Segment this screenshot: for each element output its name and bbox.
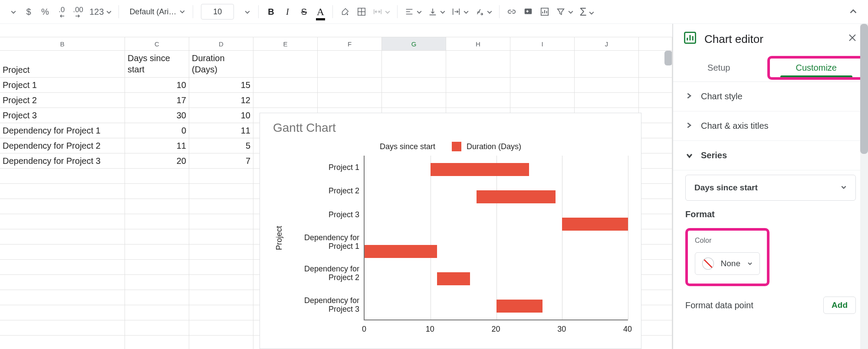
- increase-decimal-button[interactable]: .00: [70, 3, 86, 20]
- section-series[interactable]: Series: [673, 141, 868, 170]
- italic-button[interactable]: I: [279, 3, 295, 20]
- col-header-I[interactable]: I: [510, 37, 575, 50]
- col-header-E[interactable]: E: [253, 37, 318, 50]
- toolbar-caret-left[interactable]: [4, 3, 20, 20]
- borders-button[interactable]: [354, 3, 369, 20]
- series-select[interactable]: Days since start: [685, 175, 856, 201]
- chart-x-axis: 010203040: [364, 325, 628, 337]
- chevron-down-icon: [841, 183, 847, 192]
- legend-swatch-orange: [452, 142, 461, 151]
- header-row: Project Days since start Duration (Days): [0, 51, 672, 78]
- insert-comment-button[interactable]: [520, 3, 536, 20]
- panel-tabs: Setup Customize: [673, 54, 868, 82]
- chart-title: Gantt Chart: [273, 121, 628, 135]
- chevron-right-icon: [685, 121, 692, 131]
- swatch-none-icon: [702, 258, 714, 270]
- format-heading: Format: [685, 209, 856, 219]
- col-header-B[interactable]: B: [0, 37, 125, 50]
- insert-chart-button[interactable]: [537, 3, 552, 20]
- horizontal-align-button[interactable]: [402, 3, 424, 20]
- insert-link-button[interactable]: [504, 3, 519, 20]
- series-color-picker[interactable]: None: [695, 252, 760, 275]
- chart-legend: Days since start Duration (Days): [273, 142, 628, 151]
- format-percent-button[interactable]: %: [37, 3, 53, 20]
- collapse-toolbar-button[interactable]: [845, 3, 861, 20]
- chevron-down-icon: [747, 259, 753, 268]
- tab-customize[interactable]: Customize: [767, 56, 866, 80]
- chart-y-axis-label: Project: [273, 226, 286, 250]
- more-formats-button[interactable]: 123: [87, 3, 114, 20]
- series-select-value: Days since start: [694, 183, 758, 192]
- format-data-point-label: Format data point: [685, 300, 753, 310]
- chart-editor-icon: [684, 31, 697, 47]
- chevron-right-icon: [685, 91, 692, 101]
- table-row: Project 2 17 12: [0, 93, 672, 108]
- section-chart-style[interactable]: Chart style: [673, 82, 868, 111]
- embedded-chart[interactable]: Gantt Chart Days since start Duration (D…: [260, 113, 641, 349]
- functions-button[interactable]: Σ: [577, 3, 597, 20]
- close-panel-button[interactable]: [847, 33, 858, 46]
- table-row: Project 1 10 15: [0, 78, 672, 93]
- strikethrough-button[interactable]: S: [296, 3, 312, 20]
- text-rotation-button[interactable]: [472, 3, 495, 20]
- chart-editor-panel: Chart editor Setup Customize Chart style…: [673, 24, 868, 349]
- tab-setup[interactable]: Setup: [673, 54, 765, 82]
- toolbar: $ % .0 .00 123 Default (Ari… 10 B I S A: [0, 0, 868, 24]
- vertical-align-button[interactable]: [425, 3, 448, 20]
- merge-cells-button[interactable]: [370, 3, 393, 20]
- legend-label-2: Duration (Days): [467, 142, 521, 151]
- cell-header-duration[interactable]: Duration (Days): [189, 51, 253, 77]
- format-currency-button[interactable]: $: [21, 3, 36, 20]
- text-color-button[interactable]: A: [312, 3, 328, 20]
- legend-label-1: Days since start: [380, 142, 435, 151]
- color-highlight-box: Color None: [685, 228, 769, 286]
- fill-color-button[interactable]: [337, 3, 353, 20]
- svg-rect-3: [526, 11, 529, 12]
- column-header-row: B C D E F G H I J: [0, 37, 672, 51]
- col-header-J[interactable]: J: [575, 37, 639, 50]
- chart-plot-area: [364, 156, 628, 320]
- col-header-G[interactable]: G: [382, 37, 446, 50]
- font-family-label: Default (Ari…: [129, 7, 176, 16]
- col-header-F[interactable]: F: [318, 37, 382, 50]
- filter-button[interactable]: [553, 3, 576, 20]
- text-wrap-button[interactable]: [449, 3, 471, 20]
- chevron-down-icon: [684, 152, 694, 159]
- decrease-decimal-button[interactable]: .0: [54, 3, 69, 20]
- cell-header-days-since[interactable]: Days since start: [125, 51, 189, 77]
- cell-header-project[interactable]: Project: [0, 51, 125, 77]
- spreadsheet-grid[interactable]: B C D E F G H I J Project Days since sta…: [0, 24, 673, 349]
- section-axis-titles-label: Chart & axis titles: [701, 121, 769, 131]
- section-series-label: Series: [701, 150, 727, 160]
- col-header-H[interactable]: H: [446, 37, 510, 50]
- col-header-D[interactable]: D: [189, 37, 253, 50]
- font-size-caret[interactable]: [238, 3, 254, 20]
- scrollbar-thumb[interactable]: [860, 24, 868, 154]
- panel-scrollbar[interactable]: [860, 24, 868, 349]
- add-data-point-button[interactable]: Add: [823, 297, 856, 314]
- font-size-input[interactable]: 10: [201, 4, 234, 20]
- panel-title: Chart editor: [704, 33, 763, 46]
- bold-button[interactable]: B: [263, 3, 279, 20]
- font-size-value: 10: [213, 7, 222, 16]
- font-family-select[interactable]: Default (Ari…: [123, 3, 188, 20]
- section-chart-style-label: Chart style: [701, 91, 743, 101]
- section-axis-titles[interactable]: Chart & axis titles: [673, 111, 868, 141]
- panel-header: Chart editor: [673, 24, 868, 54]
- color-label: Color: [695, 237, 711, 245]
- color-value: None: [721, 259, 740, 268]
- chart-y-categories: Project 1 Project 2 Project 3 Dependency…: [286, 156, 364, 320]
- more-formats-label: 123: [89, 7, 104, 17]
- col-header-C[interactable]: C: [125, 37, 189, 50]
